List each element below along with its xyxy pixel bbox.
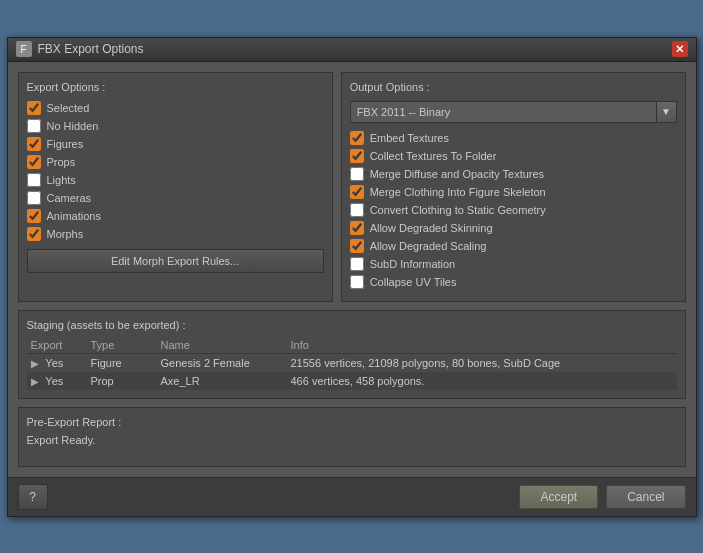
top-panels: Export Options : Selected No Hidden Figu… xyxy=(18,72,686,302)
row2-info: 466 vertices, 458 polygons. xyxy=(287,372,677,390)
checkbox-props-label: Props xyxy=(47,156,76,168)
checkbox-cameras: Cameras xyxy=(27,191,324,205)
checkbox-morphs: Morphs xyxy=(27,227,324,241)
table-row: ▶ Yes Prop Axe_LR 466 vertices, 458 poly… xyxy=(27,372,677,390)
checkbox-embed-textures-label: Embed Textures xyxy=(370,132,449,144)
checkbox-morphs-input[interactable] xyxy=(27,227,41,241)
window-title: FBX Export Options xyxy=(38,42,144,56)
format-dropdown[interactable]: FBX 2011 -- Binary xyxy=(350,101,657,123)
row2-type: Prop xyxy=(87,372,157,390)
staging-table: Export Type Name Info ▶ Yes Figure Genes… xyxy=(27,337,677,390)
report-text: Export Ready. xyxy=(27,434,677,446)
checkbox-selected-input[interactable] xyxy=(27,101,41,115)
window-icon: F xyxy=(16,41,32,57)
checkbox-animations: Animations xyxy=(27,209,324,223)
col-name: Name xyxy=(157,337,287,354)
checkbox-allow-degraded-scaling-label: Allow Degraded Scaling xyxy=(370,240,487,252)
checkbox-figures: Figures xyxy=(27,137,324,151)
checkbox-selected: Selected xyxy=(27,101,324,115)
format-row: FBX 2011 -- Binary ▼ xyxy=(350,101,677,123)
checkbox-lights-label: Lights xyxy=(47,174,76,186)
close-button[interactable]: ✕ xyxy=(672,41,688,57)
col-info: Info xyxy=(287,337,677,354)
checkbox-collect-textures: Collect Textures To Folder xyxy=(350,149,677,163)
report-label: Pre-Export Report : xyxy=(27,416,677,428)
checkbox-merge-diffuse-input[interactable] xyxy=(350,167,364,181)
accept-button[interactable]: Accept xyxy=(519,485,598,509)
dropdown-arrow-icon[interactable]: ▼ xyxy=(657,101,677,123)
checkbox-embed-textures: Embed Textures xyxy=(350,131,677,145)
checkbox-collect-textures-label: Collect Textures To Folder xyxy=(370,150,497,162)
staging-label: Staging (assets to be exported) : xyxy=(27,319,677,331)
table-row: ▶ Yes Figure Genesis 2 Female 21556 vert… xyxy=(27,353,677,372)
output-options-panel: Output Options : FBX 2011 -- Binary ▼ Em… xyxy=(341,72,686,302)
titlebar: F FBX Export Options ✕ xyxy=(8,38,696,62)
checkbox-morphs-label: Morphs xyxy=(47,228,84,240)
staging-panel: Staging (assets to be exported) : Export… xyxy=(18,310,686,399)
checkbox-animations-input[interactable] xyxy=(27,209,41,223)
row1-name: Genesis 2 Female xyxy=(157,353,287,372)
checkbox-lights: Lights xyxy=(27,173,324,187)
checkbox-merge-clothing-label: Merge Clothing Into Figure Skeleton xyxy=(370,186,546,198)
checkbox-props: Props xyxy=(27,155,324,169)
row2-export: ▶ Yes xyxy=(27,372,87,390)
checkbox-no-hidden: No Hidden xyxy=(27,119,324,133)
main-content: Export Options : Selected No Hidden Figu… xyxy=(8,62,696,477)
checkbox-allow-degraded-scaling: Allow Degraded Scaling xyxy=(350,239,677,253)
output-options-label: Output Options : xyxy=(350,81,677,93)
checkbox-allow-degraded-skinning-input[interactable] xyxy=(350,221,364,235)
action-buttons: Accept Cancel xyxy=(519,485,685,509)
checkbox-no-hidden-label: No Hidden xyxy=(47,120,99,132)
checkbox-subd-information-input[interactable] xyxy=(350,257,364,271)
row1-export: ▶ Yes xyxy=(27,353,87,372)
checkbox-figures-label: Figures xyxy=(47,138,84,150)
report-panel: Pre-Export Report : Export Ready. xyxy=(18,407,686,467)
checkbox-merge-clothing: Merge Clothing Into Figure Skeleton xyxy=(350,185,677,199)
checkbox-convert-clothing-input[interactable] xyxy=(350,203,364,217)
checkbox-lights-input[interactable] xyxy=(27,173,41,187)
checkbox-collapse-uv-tiles: Collapse UV Tiles xyxy=(350,275,677,289)
checkbox-merge-diffuse-label: Merge Diffuse and Opacity Textures xyxy=(370,168,544,180)
checkbox-figures-input[interactable] xyxy=(27,137,41,151)
checkbox-no-hidden-input[interactable] xyxy=(27,119,41,133)
checkbox-embed-textures-input[interactable] xyxy=(350,131,364,145)
checkbox-props-input[interactable] xyxy=(27,155,41,169)
checkbox-allow-degraded-skinning-label: Allow Degraded Skinning xyxy=(370,222,493,234)
fbx-export-dialog: F FBX Export Options ✕ Export Options : … xyxy=(7,37,697,517)
checkbox-merge-diffuse: Merge Diffuse and Opacity Textures xyxy=(350,167,677,181)
cancel-button[interactable]: Cancel xyxy=(606,485,685,509)
row1-type: Figure xyxy=(87,353,157,372)
export-options-panel: Export Options : Selected No Hidden Figu… xyxy=(18,72,333,302)
export-options-label: Export Options : xyxy=(27,81,324,93)
checkbox-convert-clothing: Convert Clothing to Static Geometry xyxy=(350,203,677,217)
checkbox-selected-label: Selected xyxy=(47,102,90,114)
checkbox-convert-clothing-label: Convert Clothing to Static Geometry xyxy=(370,204,546,216)
checkbox-collapse-uv-tiles-input[interactable] xyxy=(350,275,364,289)
checkbox-animations-label: Animations xyxy=(47,210,101,222)
checkbox-subd-information: SubD Information xyxy=(350,257,677,271)
row1-arrow-icon: ▶ xyxy=(31,358,39,369)
checkbox-allow-degraded-skinning: Allow Degraded Skinning xyxy=(350,221,677,235)
checkbox-merge-clothing-input[interactable] xyxy=(350,185,364,199)
edit-morph-rules-button[interactable]: Edit Morph Export Rules... xyxy=(27,249,324,273)
titlebar-left: F FBX Export Options xyxy=(16,41,144,57)
checkbox-subd-information-label: SubD Information xyxy=(370,258,456,270)
checkbox-cameras-label: Cameras xyxy=(47,192,92,204)
row1-info: 21556 vertices, 21098 polygons, 80 bones… xyxy=(287,353,677,372)
bottom-bar: ? Accept Cancel xyxy=(8,477,696,516)
col-export: Export xyxy=(27,337,87,354)
row2-arrow-icon: ▶ xyxy=(31,376,39,387)
checkbox-collapse-uv-tiles-label: Collapse UV Tiles xyxy=(370,276,457,288)
col-type: Type xyxy=(87,337,157,354)
checkbox-cameras-input[interactable] xyxy=(27,191,41,205)
help-button[interactable]: ? xyxy=(18,484,48,510)
checkbox-collect-textures-input[interactable] xyxy=(350,149,364,163)
row2-name: Axe_LR xyxy=(157,372,287,390)
checkbox-allow-degraded-scaling-input[interactable] xyxy=(350,239,364,253)
